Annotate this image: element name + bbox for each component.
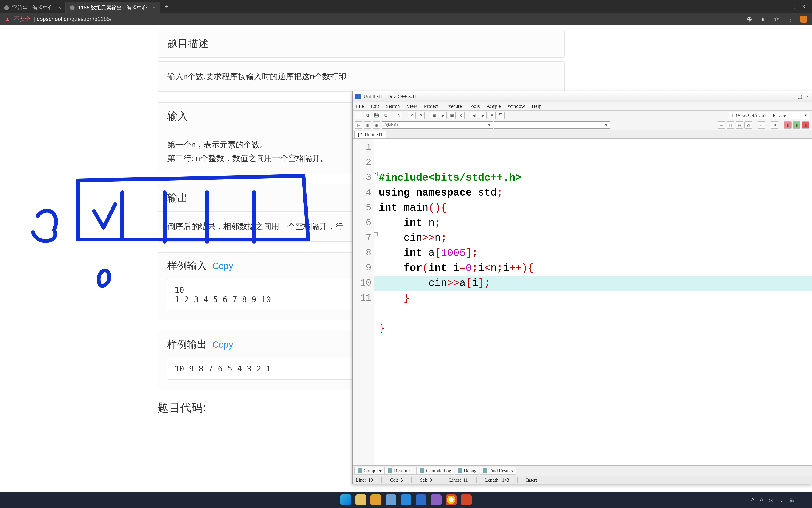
line-gutter: 1 2 3 4 5 6 7 8 9 10 11 - -: [352, 139, 375, 465]
resources-icon: [388, 468, 392, 473]
redo-icon[interactable]: ↷: [417, 112, 425, 119]
tab-compile-log[interactable]: Compile Log: [417, 467, 454, 475]
devcpp-titlebar[interactable]: Untitled1 - Dev-C++ 5.11 — ▢ ×: [352, 91, 812, 102]
chart3-icon[interactable]: ▮: [802, 122, 809, 129]
menu-tools[interactable]: Tools: [468, 103, 480, 109]
devcpp-menubar[interactable]: File Edit Search View Project Execute To…: [352, 102, 812, 111]
file-tab[interactable]: [*] Untitled1: [354, 131, 386, 138]
maximize-icon[interactable]: ▢: [798, 93, 802, 99]
tray-up-icon[interactable]: ᐱ: [751, 497, 755, 503]
new-tab-button[interactable]: +: [160, 3, 174, 11]
bookmark-icon[interactable]: ☆: [773, 15, 780, 23]
app-icon[interactable]: [386, 494, 396, 505]
warning-icon: ▲: [5, 16, 11, 22]
compile-icon[interactable]: ▣: [430, 112, 438, 119]
desc-text: 输入n个数,要求程序按输入时的逆序把这n个数打印: [158, 62, 564, 91]
chrome-icon[interactable]: [446, 494, 457, 505]
menu-window[interactable]: Window: [508, 103, 525, 109]
compile-run-icon[interactable]: ▣: [448, 112, 456, 119]
compiler-selector-dropdown[interactable]: TDM-GCC 4.9.2 64-bit Release ▾: [729, 112, 809, 119]
tray-lang-a[interactable]: A: [760, 497, 763, 503]
check-icon[interactable]: ✓: [758, 122, 765, 129]
globals-dropdown[interactable]: (globals) ▾: [382, 122, 493, 129]
save-icon[interactable]: 💾: [373, 112, 380, 119]
copy-link[interactable]: Copy: [212, 340, 233, 349]
close-icon[interactable]: ×: [806, 93, 809, 99]
status-sel: Sel: 0: [420, 477, 441, 483]
menu-help[interactable]: Help: [532, 103, 542, 109]
devcpp-toolbar-1: ▫ ⧉ 💾 ⧉ ⎙ ↶ ↷ ▣ ▶ ▣ ⟲ ◀ ▶ ■ ⛉ TDM-GCC 4.…: [352, 111, 812, 120]
page-client: 题目描述 输入n个数,要求程序按输入时的逆序把这n个数打印 输入 第一个n，表示…: [0, 25, 812, 508]
tray-lang-cn[interactable]: 英: [768, 496, 774, 503]
extension-icon[interactable]: [800, 15, 807, 23]
debug-shield-icon[interactable]: ⛉: [497, 112, 505, 119]
menu-astyle[interactable]: AStyle: [486, 103, 501, 109]
layout-3-icon[interactable]: ▦: [735, 122, 743, 129]
app-icon[interactable]: [431, 494, 441, 505]
debug-stop-icon[interactable]: ■: [488, 112, 495, 119]
browser-tab[interactable]: 字符串 - 编程中心 ×: [0, 2, 66, 13]
debug-back-icon[interactable]: ◀: [470, 112, 478, 119]
maximize-icon[interactable]: ▢: [790, 3, 796, 10]
minimize-icon[interactable]: —: [778, 3, 783, 10]
zoom-icon[interactable]: ⊕: [746, 15, 753, 23]
browser-titlebar: 字符串 - 编程中心 × 1185.数组元素输出 - 编程中心 × + — ▢ …: [0, 0, 812, 13]
devcpp-toolbar-2: ▤ ▥ ▦ (globals) ▾ ▾ ▤ ▥ ▦ ▧ ✓ ✕ ▮ ▮ ▮: [352, 120, 812, 130]
debug-fwd-icon[interactable]: ▶: [479, 112, 487, 119]
window-controls: — ▢ ×: [771, 0, 812, 13]
status-col: Col: 5: [390, 477, 412, 483]
devcpp-icon[interactable]: [416, 494, 426, 505]
print-icon[interactable]: ⎙: [395, 112, 402, 119]
run-icon[interactable]: ▶: [439, 112, 447, 119]
menu-execute[interactable]: Execute: [445, 103, 462, 109]
menu-project[interactable]: Project: [424, 103, 438, 109]
menu-file[interactable]: File: [356, 103, 364, 109]
debug-icon[interactable]: ▦: [373, 122, 380, 129]
wifi-icon[interactable]: ⋮: [779, 497, 784, 503]
share-icon[interactable]: ⇪: [759, 15, 766, 23]
devcpp-window[interactable]: Untitled1 - Dev-C++ 5.11 — ▢ × File Edit…: [352, 91, 812, 484]
close-icon[interactable]: ×: [58, 5, 61, 11]
new-file-icon[interactable]: ▫: [355, 112, 363, 119]
undo-icon[interactable]: ↶: [408, 112, 416, 119]
rebuild-icon[interactable]: ⟲: [457, 112, 465, 119]
minimize-icon[interactable]: —: [789, 93, 794, 99]
save-all-icon[interactable]: ⧉: [382, 112, 389, 119]
layout-4-icon[interactable]: ▧: [745, 122, 752, 129]
copy-link[interactable]: Copy: [212, 261, 233, 271]
toggle-bookmark-icon[interactable]: ▤: [355, 122, 363, 129]
open-file-icon[interactable]: ⧉: [364, 112, 371, 119]
edge-icon[interactable]: [400, 494, 412, 505]
close-tool-icon[interactable]: ✕: [771, 122, 778, 129]
status-line: Line: 10: [356, 477, 382, 483]
tab-resources[interactable]: Resources: [385, 467, 417, 475]
menu-edit[interactable]: Edit: [371, 103, 379, 109]
card-description: 题目描述: [158, 30, 565, 58]
volume-icon[interactable]: 🔈: [789, 497, 796, 503]
address-bar[interactable]: ▲ 不安全 | cppschool.cn/question/p1185/ ⊕ ⇪…: [0, 13, 812, 25]
chart-icon[interactable]: ▮: [784, 122, 792, 129]
powerpoint-icon[interactable]: [461, 494, 472, 505]
tab-compiler[interactable]: Compiler: [354, 467, 385, 475]
tab-debug[interactable]: Debug: [455, 467, 479, 475]
chart2-icon[interactable]: ▮: [793, 122, 801, 129]
menu-view[interactable]: View: [407, 103, 417, 109]
tray-more-icon[interactable]: ⋯: [801, 497, 806, 503]
close-window-icon[interactable]: ×: [802, 3, 805, 10]
layout-1-icon[interactable]: ▤: [718, 122, 725, 129]
app-icon[interactable]: [371, 494, 381, 505]
start-icon[interactable]: [340, 494, 351, 505]
devcpp-editor[interactable]: 1 2 3 4 5 6 7 8 9 10 11 - - #include<bit…: [352, 139, 812, 465]
layout-2-icon[interactable]: ▥: [727, 122, 734, 129]
system-tray[interactable]: ᐱ A 英 ⋮ 🔈 ⋯: [751, 496, 806, 503]
goto-bookmark-icon[interactable]: ▥: [364, 122, 371, 129]
symbols-dropdown[interactable]: ▾: [494, 122, 610, 129]
browser-tab-active[interactable]: 1185.数组元素输出 - 编程中心 ×: [66, 2, 160, 13]
windows-taskbar[interactable]: ᐱ A 英 ⋮ 🔈 ⋯: [0, 492, 812, 508]
puzzle-icon[interactable]: ⋮: [786, 15, 794, 23]
tab-find-results[interactable]: Find Results: [480, 467, 516, 475]
menu-search[interactable]: Search: [386, 103, 400, 109]
code-area[interactable]: #include<bits/stdc++.h> using namespace …: [375, 139, 812, 465]
explorer-icon[interactable]: [355, 494, 366, 505]
close-icon[interactable]: ×: [152, 5, 155, 11]
